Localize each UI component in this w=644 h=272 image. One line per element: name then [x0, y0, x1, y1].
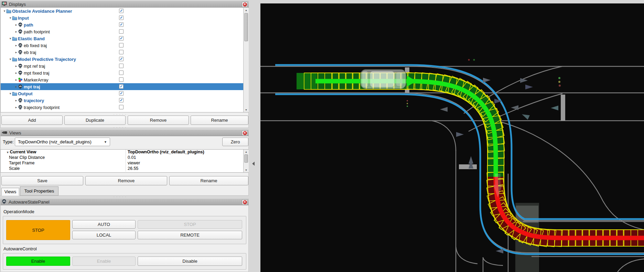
auto-button[interactable]: AUTO	[72, 220, 136, 229]
autoware-close-icon[interactable]: ✕	[242, 199, 248, 205]
add-button[interactable]: Add	[1, 116, 63, 125]
type-label: Type:	[3, 139, 14, 144]
operation-mode-label: OperationMode	[3, 209, 34, 214]
splitter-handle[interactable]: . . . . .	[114, 112, 127, 115]
splitter-handle[interactable]: . . . . .	[114, 125, 127, 128]
views-close-icon[interactable]: ✕	[242, 130, 248, 136]
rename-view-button[interactable]: Rename	[169, 176, 248, 185]
local-button[interactable]: LOCAL	[72, 231, 136, 239]
save-view-button[interactable]: Save	[1, 176, 83, 185]
scroll-up-icon[interactable]: ▲	[244, 150, 249, 154]
visibility-checkbox[interactable]	[119, 105, 124, 109]
tree-item-eb-fixed-traj[interactable]: ▸eb fixed traj	[1, 42, 248, 49]
view-property-row[interactable]: Scale26.55	[1, 166, 248, 172]
remove-view-button[interactable]: Remove	[85, 176, 167, 185]
tree-item-mpt-traj[interactable]: ▸mpt traj✓	[1, 83, 248, 90]
ego-vehicle	[361, 69, 406, 89]
rviz-3d-viewport[interactable]	[260, 3, 644, 272]
tree-item-input[interactable]: ▾Input✓	[1, 14, 248, 21]
expander-icon[interactable]: ▾	[9, 37, 12, 40]
displays-tree[interactable]: ▾Obstacle Avoidance Planner✓▾Input✓▸path…	[0, 8, 249, 112]
remove-display-button[interactable]: Remove	[128, 116, 189, 125]
expander-icon[interactable]: ▾	[9, 16, 12, 20]
tree-item-mpt-ref-traj[interactable]: ▸mpt ref traj	[1, 63, 248, 69]
remote-button[interactable]: REMOTE	[138, 231, 242, 239]
displays-titlebar[interactable]: Displays ✕	[0, 1, 249, 8]
zero-button[interactable]: Zero	[222, 138, 248, 146]
visibility-checkbox[interactable]: ✓	[119, 98, 124, 102]
expander-icon[interactable]: ▾	[3, 9, 6, 13]
scroll-down-icon[interactable]: ▼	[244, 108, 249, 112]
tree-item-markerarray[interactable]: ▸MarkerArray	[1, 76, 248, 83]
expander-icon[interactable]: ▸	[14, 64, 18, 68]
autoware-titlebar[interactable]: AutowareStatePanel ✕	[0, 198, 249, 205]
tab-tool-properties[interactable]: Tool Properties	[20, 186, 58, 196]
tree-item-trajectory[interactable]: ▸trajectory✓	[1, 97, 248, 104]
expander-icon[interactable]: ▾	[9, 92, 12, 95]
tree-item-elastic-band[interactable]: ▾Elastic Band✓	[1, 35, 248, 42]
visibility-checkbox[interactable]	[119, 50, 124, 54]
scroll-down-icon[interactable]: ▼	[244, 168, 249, 172]
disable-button[interactable]: Disable	[138, 257, 242, 266]
tree-item-path-footprint[interactable]: ▸path footprint	[1, 28, 248, 35]
tree-item-output[interactable]: ▾Output✓	[1, 90, 248, 97]
visibility-checkbox[interactable]: ✓	[119, 22, 124, 27]
visibility-checkbox[interactable]: ✓	[119, 15, 124, 20]
visibility-checkbox[interactable]	[119, 77, 124, 82]
expander-icon[interactable]: ▸	[14, 23, 18, 26]
duplicate-button[interactable]: Duplicate	[64, 116, 126, 125]
tree-item-mpt-fixed-traj[interactable]: ▸mpt fixed traj	[1, 69, 248, 76]
visibility-checkbox[interactable]: ✓	[119, 36, 124, 41]
view-property-row[interactable]: Target Frameviewer	[1, 161, 248, 166]
views-titlebar[interactable]: Views ✕	[0, 129, 249, 136]
expander-icon[interactable]: ▸	[14, 44, 18, 47]
autoware-icon	[18, 64, 24, 68]
visibility-checkbox[interactable]	[119, 43, 124, 47]
displays-tree-scrollbar[interactable]: ▲ ▼	[243, 8, 249, 112]
visibility-checkbox[interactable]	[119, 29, 124, 34]
operation-state-indicator: STOP	[6, 220, 70, 240]
view-property-row[interactable]: Near Clip Distance0.01	[1, 155, 248, 161]
expander-icon[interactable]: ▸	[14, 78, 18, 81]
tree-item-path[interactable]: ▸path✓	[1, 21, 248, 28]
expander-icon[interactable]: ▸	[14, 51, 18, 54]
visibility-checkbox[interactable]	[119, 64, 124, 68]
tree-item-obstacle-avoidance-planner[interactable]: ▾Obstacle Avoidance Planner✓	[1, 8, 248, 14]
view-type-select[interactable]: TopDownOrtho (rviz_default_plugins) ▼	[15, 138, 110, 146]
visibility-checkbox[interactable]: ✓	[119, 9, 124, 13]
visibility-checkbox[interactable]: ✓	[119, 84, 124, 89]
tree-item-eb-traj[interactable]: ▸eb traj	[1, 49, 248, 56]
autoware-control-label: AutowareControl	[3, 246, 37, 251]
markers-icon	[18, 77, 24, 82]
views-title: Views	[9, 130, 21, 135]
views-table-scrollbar[interactable]: ▲ ▼	[243, 150, 249, 172]
current-view-table[interactable]: ▾Current ViewTopDownOrtho (rviz_default_…	[0, 149, 249, 173]
autoware-icon	[18, 70, 24, 75]
splitter-handle[interactable]: . . . . .	[114, 195, 127, 198]
visibility-checkbox[interactable]: ✓	[119, 91, 124, 96]
dock-collapse-arrow[interactable]	[252, 162, 255, 166]
expander-icon[interactable]: ▸	[14, 99, 18, 102]
folder-icon	[12, 36, 18, 41]
visibility-checkbox[interactable]	[119, 70, 124, 75]
view-property-row[interactable]: ▾Current ViewTopDownOrtho (rviz_default_…	[1, 150, 248, 155]
scroll-up-icon[interactable]: ▲	[244, 8, 249, 12]
expander-icon[interactable]: ▸	[14, 30, 18, 33]
autoware-icon	[18, 29, 24, 34]
folder-icon	[12, 16, 18, 20]
autoware-icon	[18, 98, 24, 103]
chevron-down-icon: ▼	[104, 140, 107, 144]
expander-icon[interactable]: ▸	[14, 71, 18, 75]
tree-item-trajectory-footprint[interactable]: ▸trajectory footprint	[1, 104, 248, 111]
stop-button[interactable]: STOP	[138, 220, 242, 229]
expander-icon[interactable]: ▸	[14, 106, 18, 109]
expander-icon[interactable]: ▾	[9, 57, 12, 61]
tab-views[interactable]: Views	[1, 188, 19, 196]
tree-item-model-predictive-trajectory[interactable]: ▾Model Predictive Trajectory✓	[1, 56, 248, 63]
displays-close-icon[interactable]: ✕	[242, 2, 248, 7]
enable-button[interactable]: Enable	[72, 257, 136, 266]
rename-display-button[interactable]: Rename	[191, 116, 248, 125]
displays-icon	[2, 1, 7, 7]
expander-icon[interactable]: ▸	[14, 85, 18, 88]
visibility-checkbox[interactable]: ✓	[119, 57, 124, 61]
